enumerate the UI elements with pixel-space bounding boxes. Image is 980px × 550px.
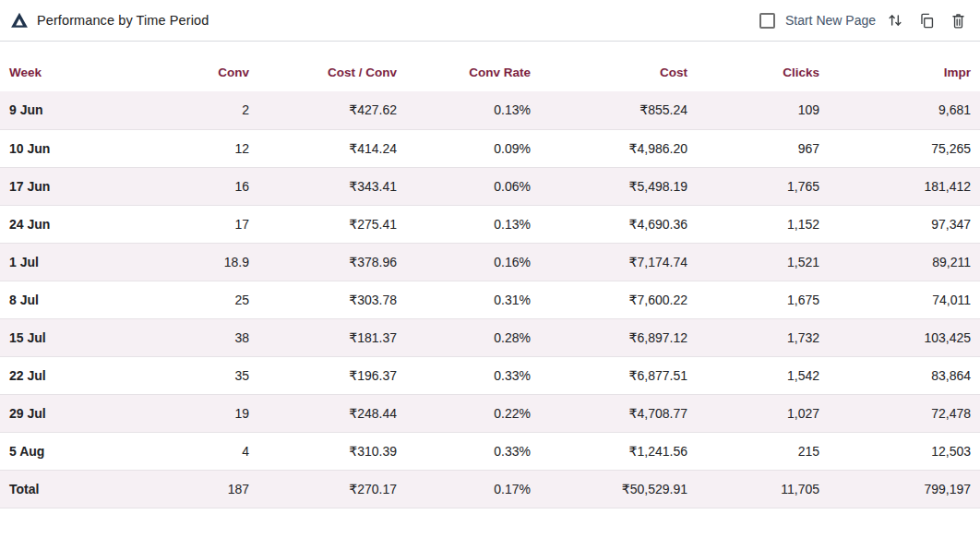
value-cell: ₹196.37 <box>258 356 406 394</box>
week-cell: 29 Jul <box>0 394 166 432</box>
topbar-title-group: Performance by Time Period <box>10 11 209 30</box>
week-cell: 1 Jul <box>0 243 166 281</box>
value-cell: 16 <box>166 167 258 205</box>
value-cell: 75,265 <box>829 129 980 167</box>
value-cell: ₹270.17 <box>258 470 406 508</box>
value-cell: 1,152 <box>697 205 829 243</box>
value-cell: 103,425 <box>829 318 980 356</box>
value-cell: 72,478 <box>829 394 980 432</box>
value-cell: 74,011 <box>829 281 980 318</box>
start-new-page-checkbox[interactable] <box>759 13 775 29</box>
copy-button[interactable] <box>914 8 938 32</box>
table-row: 29 Jul19₹248.440.22%₹4,708.771,02772,478 <box>0 394 980 432</box>
copy-icon <box>918 12 936 30</box>
week-cell: 17 Jun <box>0 167 166 205</box>
week-cell: 9 Jun <box>0 91 166 129</box>
value-cell: ₹181.37 <box>258 318 406 356</box>
value-cell: ₹275.41 <box>258 205 406 243</box>
value-cell: ₹6,877.51 <box>540 356 697 394</box>
value-cell: 0.06% <box>406 167 540 205</box>
value-cell: 11,705 <box>697 470 829 508</box>
column-header-cost[interactable]: Cost <box>540 56 697 91</box>
value-cell: ₹4,690.36 <box>540 205 697 243</box>
value-cell: 0.13% <box>406 91 540 129</box>
value-cell: 83,864 <box>829 356 980 394</box>
value-cell: 38 <box>166 318 258 356</box>
table-row: 24 Jun17₹275.410.13%₹4,690.361,15297,347 <box>0 205 980 243</box>
week-cell: 24 Jun <box>0 205 166 243</box>
table-row: 9 Jun2₹427.620.13%₹855.241099,681 <box>0 91 980 129</box>
value-cell: 799,197 <box>829 470 980 508</box>
table-header-row: WeekConvCost / ConvConv RateCostClicksIm… <box>0 56 980 91</box>
column-header-week[interactable]: Week <box>0 56 166 91</box>
value-cell: ₹343.41 <box>258 167 406 205</box>
week-cell: 5 Aug <box>0 432 166 470</box>
value-cell: 0.13% <box>406 205 540 243</box>
value-cell: ₹378.96 <box>258 243 406 281</box>
value-cell: ₹7,174.74 <box>540 243 697 281</box>
value-cell: 0.31% <box>406 281 540 318</box>
value-cell: 1,765 <box>697 167 829 205</box>
table-row: 5 Aug4₹310.390.33%₹1,241.5621512,503 <box>0 432 980 470</box>
value-cell: 9,681 <box>829 91 980 129</box>
value-cell: ₹248.44 <box>258 394 406 432</box>
column-header-conv-rate[interactable]: Conv Rate <box>406 56 540 91</box>
sort-icon <box>886 11 904 30</box>
value-cell: 18.9 <box>166 243 258 281</box>
value-cell: 1,542 <box>697 356 829 394</box>
value-cell: 1,027 <box>697 394 829 432</box>
value-cell: 0.22% <box>406 394 540 432</box>
value-cell: ₹1,241.56 <box>540 432 697 470</box>
value-cell: ₹310.39 <box>258 432 406 470</box>
column-header-clicks[interactable]: Clicks <box>697 56 829 91</box>
value-cell: ₹427.62 <box>258 91 406 129</box>
week-cell: Total <box>0 470 166 508</box>
value-cell: ₹50,529.91 <box>540 470 697 508</box>
value-cell: 967 <box>697 129 829 167</box>
value-cell: 181,412 <box>829 167 980 205</box>
value-cell: 0.28% <box>406 318 540 356</box>
sort-button[interactable] <box>883 8 907 32</box>
value-cell: 12,503 <box>829 432 980 470</box>
value-cell: 35 <box>166 356 258 394</box>
value-cell: 17 <box>166 205 258 243</box>
value-cell: 97,347 <box>829 205 980 243</box>
value-cell: 89,211 <box>829 243 980 281</box>
report-table-area: WeekConvCost / ConvConv RateCostClicksIm… <box>0 56 980 508</box>
value-cell: 0.16% <box>406 243 540 281</box>
performance-table: WeekConvCost / ConvConv RateCostClicksIm… <box>0 56 980 508</box>
value-cell: 0.09% <box>406 129 540 167</box>
value-cell: 109 <box>697 91 829 129</box>
column-header-cost-conv[interactable]: Cost / Conv <box>258 56 406 91</box>
column-header-conv[interactable]: Conv <box>166 56 258 91</box>
value-cell: 0.33% <box>406 356 540 394</box>
total-row: Total187₹270.170.17%₹50,529.9111,705799,… <box>0 470 980 508</box>
table-body: 9 Jun2₹427.620.13%₹855.241099,68110 Jun1… <box>0 91 980 508</box>
topbar-actions: Start New Page <box>759 8 970 32</box>
week-cell: 15 Jul <box>0 318 166 356</box>
delete-button[interactable] <box>946 8 970 32</box>
value-cell: ₹5,498.19 <box>540 167 697 205</box>
value-cell: 2 <box>166 91 258 129</box>
value-cell: 1,521 <box>697 243 829 281</box>
value-cell: 19 <box>166 394 258 432</box>
value-cell: ₹855.24 <box>540 91 697 129</box>
table-row: 22 Jul35₹196.370.33%₹6,877.511,54283,864 <box>0 356 980 394</box>
value-cell: ₹7,600.22 <box>540 281 697 318</box>
value-cell: ₹303.78 <box>258 281 406 318</box>
value-cell: ₹6,897.12 <box>540 318 697 356</box>
value-cell: 215 <box>697 432 829 470</box>
start-new-page-label: Start New Page <box>785 13 876 28</box>
week-cell: 10 Jun <box>0 129 166 167</box>
week-cell: 22 Jul <box>0 356 166 394</box>
trash-icon <box>950 12 967 30</box>
value-cell: ₹414.24 <box>258 129 406 167</box>
table-row: 15 Jul38₹181.370.28%₹6,897.121,732103,42… <box>0 318 980 356</box>
value-cell: ₹4,986.20 <box>540 129 697 167</box>
column-header-impr[interactable]: Impr <box>829 56 980 91</box>
table-row: 10 Jun12₹414.240.09%₹4,986.2096775,265 <box>0 129 980 167</box>
value-cell: 1,732 <box>697 318 829 356</box>
app-logo-icon <box>10 11 29 30</box>
value-cell: 12 <box>166 129 258 167</box>
table-row: 1 Jul18.9₹378.960.16%₹7,174.741,52189,21… <box>0 243 980 281</box>
